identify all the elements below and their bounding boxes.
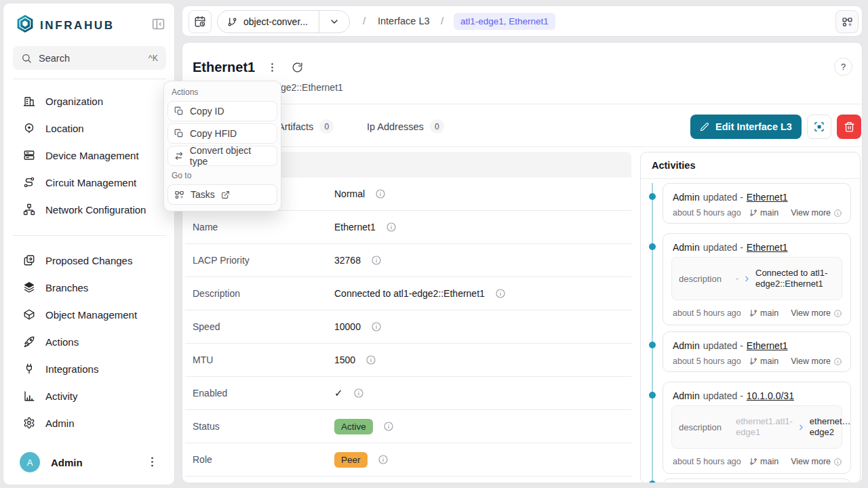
diff-box: description ethernet1.atl1-edge1 etherne…	[671, 405, 842, 449]
tab-artifacts[interactable]: Artifacts 0	[278, 119, 334, 134]
server-icon	[23, 149, 35, 161]
sidebar-item-device-management[interactable]: Device Management	[13, 142, 166, 169]
layers-icon	[23, 281, 35, 293]
info-icon[interactable]	[383, 421, 394, 432]
swap-arrows-icon	[174, 151, 184, 161]
tab-ip-addresses[interactable]: Ip Addresses 0	[367, 119, 444, 134]
sidebar-item-branches[interactable]: Branches	[13, 274, 166, 301]
info-icon[interactable]	[353, 388, 364, 399]
refresh-icon[interactable]	[292, 62, 303, 73]
view-more-link[interactable]: View more	[791, 357, 842, 366]
copy-icon	[174, 129, 184, 138]
view-more-link[interactable]: View more	[791, 208, 842, 218]
activity-target-link[interactable]: Ethernet1	[747, 340, 788, 351]
sidebar-item-actions[interactable]: Actions	[13, 328, 166, 355]
edit-interface-button[interactable]: Edit Interface L3	[690, 115, 802, 139]
info-icon	[833, 458, 842, 466]
timeline-dot	[649, 243, 656, 250]
network-icon	[23, 203, 35, 216]
help-button[interactable]: ?	[834, 58, 852, 76]
branch-selector-divider	[319, 10, 319, 33]
sidebar-collapse-icon[interactable]	[151, 17, 165, 31]
activity-target-link[interactable]: Ethernet1	[747, 242, 788, 253]
info-icon[interactable]	[366, 354, 376, 365]
sidebar-item-integrations[interactable]: Integrations	[13, 355, 166, 382]
chevron-down-icon[interactable]	[329, 16, 340, 27]
sidebar-item-circuit-management[interactable]: Circuit Management	[13, 169, 166, 196]
activities-timeline	[652, 183, 653, 483]
menu-item-tasks[interactable]: Tasks	[167, 184, 277, 205]
timeline-dot	[649, 342, 656, 348]
time-travel-button[interactable]	[189, 10, 212, 33]
sidebar-item-admin[interactable]: Admin	[13, 409, 166, 436]
user-row[interactable]: A Admin	[20, 451, 162, 474]
menu-item-convert-object-type[interactable]: Convert object type	[167, 146, 277, 166]
activity-card: Adminupdated -Ethernet1 about 5 hours ag…	[663, 183, 851, 224]
detail-row-role: Role Peer	[185, 443, 631, 476]
activity-card: Adminupdated -atl1-edge1	[663, 479, 851, 483]
plug-icon	[23, 363, 35, 375]
manage-groups-button[interactable]	[807, 115, 831, 139]
sidebar-item-location[interactable]: Location	[13, 115, 166, 142]
role-badge: Peer	[334, 452, 368, 468]
activities-panel: Activities Adminupdated -Ethernet1 about…	[640, 152, 861, 483]
info-icon[interactable]	[371, 255, 382, 266]
activity-card: Adminupdated -Ethernet1 about 5 hours ag…	[663, 331, 851, 372]
workflow-icon	[174, 190, 184, 200]
info-icon[interactable]	[371, 321, 382, 332]
delete-button[interactable]	[837, 115, 861, 139]
menu-section-goto: Go to	[167, 168, 277, 182]
sidebar-item-proposed-changes[interactable]: Proposed Changes	[13, 247, 166, 274]
sidebar-item-organization[interactable]: Organization	[13, 87, 166, 115]
gear-icon	[23, 417, 35, 429]
view-more-link[interactable]: View more	[791, 457, 842, 466]
sidebar-item-object-management[interactable]: Object Management	[13, 301, 166, 328]
info-icon	[833, 309, 842, 318]
external-link-icon	[221, 190, 230, 199]
bar-chart-icon	[23, 390, 35, 402]
menu-item-copy-id[interactable]: Copy ID	[167, 101, 277, 121]
info-icon[interactable]	[375, 188, 386, 199]
timeline-dot	[649, 481, 656, 483]
info-icon	[833, 209, 842, 218]
view-more-link[interactable]: View more	[791, 308, 842, 318]
info-icon[interactable]	[378, 454, 389, 465]
activity-target-link[interactable]: 10.1.0.0/31	[747, 390, 794, 401]
proposed-changes-icon	[23, 254, 35, 266]
activity-time: about 5 hours ago	[673, 457, 741, 466]
menu-item-copy-hfid[interactable]: Copy HFID	[167, 123, 277, 144]
pencil-icon	[700, 122, 709, 131]
breadcrumb-current-object[interactable]: atl1-edge1, Ethernet1	[454, 13, 555, 30]
main-panel: Ethernet1 Connected to atl1-edge2::Ether…	[182, 42, 863, 483]
info-icon[interactable]	[495, 288, 506, 299]
sidebar-item-network-configuration[interactable]: Network Configuration	[13, 196, 166, 223]
breadcrumb-interface-l3[interactable]: Interface L3	[378, 16, 430, 26]
diff-old-value: ethernet1.atl1-edge1	[736, 416, 793, 439]
sidebar-divider	[13, 79, 166, 79]
tab-ip-addresses-count: 0	[430, 119, 444, 134]
sidebar-item-activity[interactable]: Activity	[13, 382, 166, 409]
status-badge: Active	[334, 419, 373, 434]
detail-row-status: Status Active	[185, 410, 631, 443]
info-icon[interactable]	[386, 222, 397, 232]
map-pin-icon	[23, 122, 35, 134]
check-icon: ✓	[334, 387, 343, 399]
search-input[interactable]: Search ^K	[13, 46, 166, 70]
activity-card: Adminupdated -10.1.0.0/31 description et…	[663, 382, 851, 474]
tasks-shortcut-button[interactable]	[835, 10, 859, 33]
trash-icon	[844, 121, 855, 133]
branch-name: object-conver...	[243, 16, 308, 27]
user-menu-kebab-icon[interactable]	[146, 455, 159, 468]
user-name: Admin	[51, 457, 83, 468]
search-placeholder: Search	[39, 53, 70, 64]
branch-selector[interactable]: object-conver...	[217, 10, 350, 33]
calendar-clock-icon	[194, 16, 206, 28]
object-actions-kebab-icon[interactable]	[267, 62, 278, 73]
detail-row-description: Description Connected to atl1-edge2::Eth…	[185, 277, 631, 310]
avatar: A	[20, 452, 40, 472]
detail-row-enabled: Enabled ✓	[185, 377, 631, 410]
chevron-right-icon	[797, 423, 806, 432]
object-actions-menu: Actions Copy ID Copy HFID Convert object…	[163, 81, 281, 211]
search-icon	[21, 53, 32, 64]
activity-target-link[interactable]: Ethernet1	[747, 192, 788, 203]
